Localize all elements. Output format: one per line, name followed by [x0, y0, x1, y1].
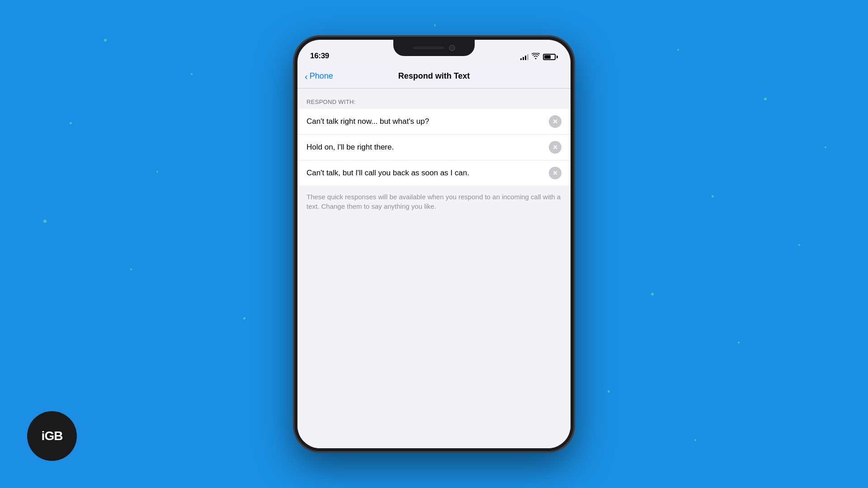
- igb-logo-text: iGB: [42, 429, 63, 443]
- wifi-icon: [532, 53, 540, 61]
- footer-note: These quick responses will be available …: [297, 186, 571, 217]
- iphone-frame: 16:39: [294, 36, 574, 452]
- status-icons: [520, 53, 558, 61]
- signal-icon: [520, 54, 528, 60]
- list-item: Hold on, I'll be right there. ✕: [297, 135, 571, 160]
- page-title: Respond with Text: [398, 71, 470, 81]
- delete-button-2[interactable]: ✕: [549, 141, 561, 154]
- back-button[interactable]: ‹ Phone: [305, 71, 333, 81]
- phone-scene: 16:39: [280, 23, 588, 465]
- list-item: Can't talk, but I'll call you back as so…: [297, 160, 571, 186]
- response-list: Can't talk right now... but what's up? ✕…: [297, 109, 571, 186]
- delete-button-3[interactable]: ✕: [549, 167, 561, 179]
- close-icon: ✕: [552, 144, 558, 150]
- response-text-1[interactable]: Can't talk right now... but what's up?: [307, 117, 549, 126]
- close-icon: ✕: [552, 170, 558, 176]
- list-item: Can't talk right now... but what's up? ✕: [297, 109, 571, 135]
- igb-logo: iGB: [27, 411, 77, 461]
- nav-bar: ‹ Phone Respond with Text: [297, 64, 571, 89]
- screen-content: RESPOND WITH: Can't talk right now... bu…: [297, 89, 571, 448]
- front-camera: [449, 45, 455, 51]
- iphone-screen: 16:39: [297, 40, 571, 448]
- notch-speaker: [413, 47, 444, 49]
- response-text-2[interactable]: Hold on, I'll be right there.: [307, 143, 549, 152]
- delete-button-1[interactable]: ✕: [549, 115, 561, 128]
- section-header: RESPOND WITH:: [297, 92, 571, 109]
- notch: [393, 40, 475, 56]
- back-label: Phone: [310, 71, 333, 81]
- chevron-left-icon: ‹: [305, 72, 308, 81]
- response-text-3[interactable]: Can't talk, but I'll call you back as so…: [307, 169, 549, 178]
- battery-icon: [543, 54, 558, 60]
- close-icon: ✕: [552, 118, 558, 125]
- status-time: 16:39: [310, 52, 329, 61]
